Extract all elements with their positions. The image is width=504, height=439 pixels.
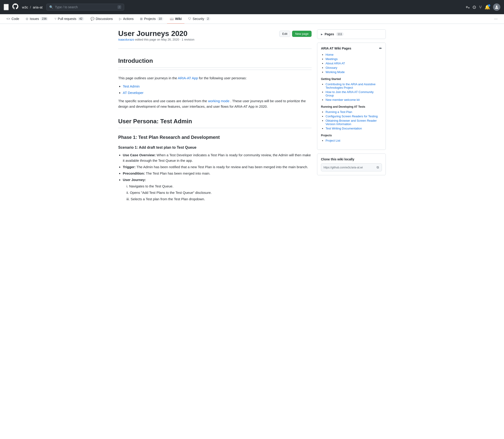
nav-issues[interactable]: ⊙ Issues 236: [23, 14, 51, 24]
contributing-link[interactable]: Contributing to the ARIA and Assistive T…: [325, 83, 375, 89]
about-aria-link[interactable]: About ARIA AT: [325, 62, 345, 65]
issues-count: 236: [40, 17, 48, 21]
edit-button[interactable]: Edit: [279, 31, 290, 37]
intro-links-list: Test Admin AT Developer: [118, 84, 312, 96]
pages-toggle[interactable]: ▶ Pages 111: [317, 29, 386, 39]
nav-code[interactable]: <> Code: [4, 14, 22, 24]
list-item: Contributing to the ARIA and Assistive T…: [325, 83, 382, 89]
projects-count: 10: [157, 17, 163, 21]
security-count: 2: [205, 17, 210, 21]
repo-nav-more-button[interactable]: ···: [492, 15, 500, 23]
new-item-button[interactable]: +▾: [466, 5, 470, 10]
security-icon: 🛡: [188, 17, 191, 21]
intro-heading: Introduction: [118, 56, 312, 68]
list-item: Obtaining Browser and Screen Reader Vers…: [325, 119, 382, 126]
list-item: Project List: [325, 139, 382, 142]
main-layout: User Journeys 2020 isaacdurazo edited th…: [115, 24, 389, 210]
list-item: Glossary: [325, 66, 382, 69]
search-bar[interactable]: 🔍 Type / to search /: [46, 4, 124, 11]
projects-icon: ⊞: [140, 17, 143, 21]
page-header: User Journeys 2020 isaacdurazo edited th…: [118, 29, 312, 45]
list-item: Trigger: The Admin has been notified tha…: [123, 164, 312, 170]
configuring-screen-readers-link[interactable]: Configuring Screen Readers for Testing: [325, 115, 378, 118]
running-tests-list: Running a Test Plan Configuring Screen R…: [321, 110, 382, 130]
user-avatar[interactable]: [493, 3, 500, 11]
intro-paragraph-2: The specific scenarios and use cases are…: [118, 98, 312, 109]
list-item: Test Admin: [123, 84, 312, 89]
project-list-link[interactable]: Project List: [325, 139, 340, 142]
search-icon: 🔍: [49, 5, 53, 9]
sidebar: ▶ Pages 111 ARIA AT Wiki Pages ✏ Home Me…: [317, 29, 386, 205]
pull-requests-icon[interactable]: ⑂: [479, 5, 482, 10]
clone-box: Clone this wiki locally https://github.c…: [317, 154, 386, 175]
repo-link[interactable]: aria-at: [33, 5, 43, 9]
at-developer-link[interactable]: AT Developer: [123, 91, 144, 95]
aria-at-app-link[interactable]: ARIA-AT App: [178, 76, 198, 80]
author-link[interactable]: isaacdurazo: [118, 38, 134, 41]
nav-pull-requests[interactable]: ⑂ Pull requests 42: [52, 14, 87, 24]
search-placeholder: Type / to search: [55, 5, 78, 9]
list-item: iii. Selects a Test plan from the Test P…: [126, 196, 312, 202]
repo-navigation: <> Code ⊙ Issues 236 ⑂ Pull requests 42 …: [0, 14, 504, 24]
nav-security[interactable]: 🛡 Security 2: [185, 14, 213, 24]
getting-started-list: Contributing to the ARIA and Assistive T…: [321, 83, 382, 101]
basic-links-section: Home Meetings About ARIA AT Glossary Wor…: [321, 53, 382, 74]
nav-projects[interactable]: ⊞ Projects 10: [137, 14, 166, 24]
wiki-content: Introduction This page outlines user jou…: [118, 56, 312, 202]
wiki-pages-title: ARIA AT Wiki Pages ✏: [321, 47, 382, 50]
running-test-plan-link[interactable]: Running a Test Plan: [325, 110, 352, 114]
nav-discussions[interactable]: 💬 Discussions: [88, 14, 116, 24]
issues-icon: ⊙: [26, 17, 28, 21]
hamburger-menu-button[interactable]: ☰: [4, 4, 9, 10]
journey-steps: i. Navigates to the Test Queue. ii. Open…: [123, 183, 312, 202]
clone-url-row: https://github.com/w3c/aria-at.wi ⧉: [321, 163, 382, 171]
new-page-button[interactable]: New page: [292, 31, 312, 37]
nav-wiki[interactable]: 📖 Wiki: [167, 14, 184, 24]
obtaining-browser-link[interactable]: Obtaining Browser and Screen Reader Vers…: [325, 119, 377, 126]
page-title: User Journeys 2020: [118, 29, 194, 38]
list-item: How to Join the ARIA AT Community Group: [325, 90, 382, 97]
test-admin-link[interactable]: Test Admin: [123, 84, 140, 88]
meetings-link[interactable]: Meetings: [325, 57, 338, 61]
home-link[interactable]: Home: [325, 53, 334, 56]
nav-actions: +▾ ⊙ ⑂ 🔔: [466, 3, 500, 11]
nav-actions[interactable]: ▷ Actions: [116, 14, 136, 24]
persona-heading: User Persona: Test Admin: [118, 117, 312, 128]
wiki-pages-box: ARIA AT Wiki Pages ✏ Home Meetings About…: [317, 43, 386, 150]
list-item: i. Navigates to the Test Queue.: [126, 183, 312, 189]
title-divider: [118, 49, 312, 49]
repo-breadcrumb: w3c / aria-at: [22, 5, 43, 9]
org-link[interactable]: w3c: [22, 5, 28, 9]
pages-label: Pages: [325, 32, 334, 36]
list-item: ii. Opens "Add Test Plans to the Test Qu…: [126, 190, 312, 195]
header-buttons: Edit New page: [279, 29, 312, 37]
getting-started-section: Getting Started Contributing to the ARIA…: [321, 77, 382, 101]
projects-section: Projects Project List: [321, 134, 382, 142]
list-item: Precondition: The Test Plan has been mer…: [123, 171, 312, 176]
working-mode-sidebar-link[interactable]: Working Mode: [325, 70, 345, 74]
edit-sidebar-icon[interactable]: ✏: [379, 47, 382, 50]
test-writing-link[interactable]: Test Writing Documentation: [325, 127, 362, 130]
list-item: Running a Test Plan: [325, 110, 382, 114]
glossary-link[interactable]: Glossary: [325, 66, 337, 69]
list-item: AT Developer: [123, 90, 312, 96]
top-navigation: ☰ w3c / aria-at 🔍 Type / to search / +▾ …: [0, 0, 504, 14]
list-item: New member welcome kit: [325, 98, 382, 101]
scenario-bullets: Use Case Overview: When a Test Developer…: [118, 152, 312, 202]
clone-copy-button[interactable]: ⧉: [376, 165, 379, 170]
list-item: About ARIA AT: [325, 62, 382, 65]
notification-dot: [488, 4, 490, 7]
notifications-icon[interactable]: 🔔: [484, 4, 490, 10]
welcome-kit-link[interactable]: New member welcome kit: [325, 98, 360, 101]
list-item: Use Case Overview: When a Test Developer…: [123, 152, 312, 163]
intro-divider: [118, 70, 312, 70]
list-item: Configuring Screen Readers for Testing: [325, 115, 382, 118]
pr-icon: ⑂: [55, 17, 56, 21]
pages-count-badge: 111: [336, 32, 344, 36]
join-community-link[interactable]: How to Join the ARIA AT Community Group: [325, 90, 374, 97]
activity-icon[interactable]: ⊙: [472, 4, 476, 10]
search-shortcut-badge: /: [118, 5, 121, 9]
working-mode-link[interactable]: working mode: [208, 99, 229, 103]
clone-title: Clone this wiki locally: [321, 158, 382, 161]
running-tests-section: Running and Developing AT Tests Running …: [321, 105, 382, 130]
